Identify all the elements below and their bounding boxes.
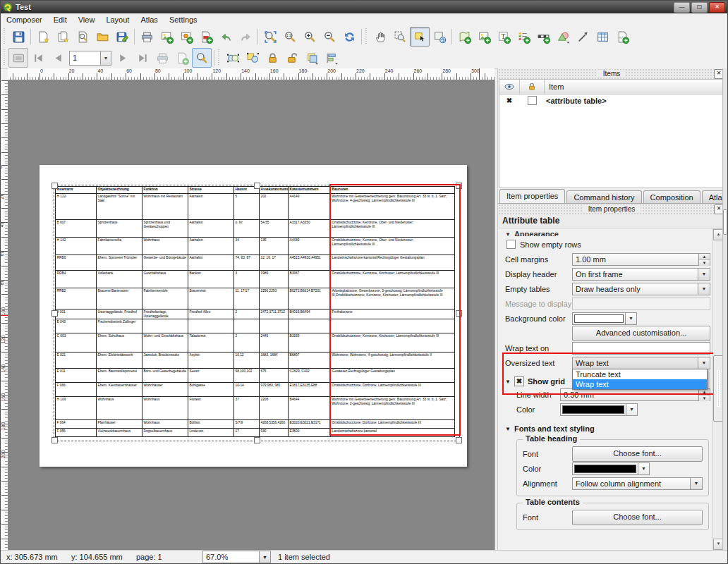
edge-scroll-thumb[interactable] xyxy=(723,209,727,235)
redo-button[interactable] xyxy=(236,27,255,47)
add-shape-button[interactable] xyxy=(553,27,573,47)
next-feature-button[interactable] xyxy=(113,48,133,68)
new-composition-button[interactable] xyxy=(33,27,53,47)
collapse-arrow-icon[interactable]: ▼ xyxy=(505,379,511,385)
save-button[interactable] xyxy=(8,27,28,47)
zoom-1-1-button[interactable]: 1:1 xyxy=(280,27,300,47)
save-as-template-button[interactable] xyxy=(112,27,132,47)
zoom-level-combo[interactable]: 67.0%▼ xyxy=(202,551,271,563)
toolbar-grip[interactable] xyxy=(4,49,7,66)
add-image-button[interactable] xyxy=(474,27,494,47)
show-empty-rows-checkbox[interactable] xyxy=(506,240,516,249)
raise-items-button[interactable] xyxy=(302,48,322,68)
collapse-arrow-icon[interactable]: ▼ xyxy=(505,231,511,237)
dropdown-option[interactable]: Truncate text xyxy=(573,369,707,379)
atlas-preview-button[interactable] xyxy=(8,48,28,68)
add-legend-button[interactable] xyxy=(514,27,533,47)
atlas-settings-button[interactable] xyxy=(192,48,212,68)
align-items-button[interactable] xyxy=(322,48,341,68)
visibility-checkbox[interactable]: ✖ xyxy=(499,97,519,104)
lock-items-button[interactable] xyxy=(262,48,282,68)
atlas-page-combo[interactable]: 1▼ xyxy=(69,51,111,66)
show-grid-checkbox[interactable]: ✖ xyxy=(514,376,524,386)
heading-color-button[interactable]: ▼ xyxy=(572,462,650,475)
heading-choose-font-button[interactable]: Choose font... xyxy=(572,446,703,462)
zoom-in-button[interactable] xyxy=(300,27,320,47)
zoom-region-button[interactable] xyxy=(390,27,410,47)
move-item-content-button[interactable] xyxy=(430,27,449,47)
contents-choose-font-button[interactable]: Choose font... xyxy=(572,510,703,525)
export-pdf-button[interactable] xyxy=(196,27,216,47)
toolbar-grip[interactable] xyxy=(365,28,369,45)
add-attribute-table-button[interactable] xyxy=(593,27,612,47)
zoom-full-button[interactable] xyxy=(260,27,280,47)
selection-handle[interactable] xyxy=(51,437,58,443)
zoom-out-button[interactable] xyxy=(320,27,339,47)
maximize-button[interactable]: ▢ xyxy=(691,2,708,13)
add-map-button[interactable] xyxy=(454,27,474,47)
oversized-text-combo[interactable]: Wrap text▼ Truncate textWrap text xyxy=(572,357,710,369)
minimize-button[interactable]: — xyxy=(674,2,690,13)
group-items-button[interactable] xyxy=(223,48,243,68)
previous-feature-button[interactable] xyxy=(48,48,68,68)
refresh-button[interactable] xyxy=(339,27,359,47)
composer-manager-button[interactable] xyxy=(73,27,92,47)
selection-handle[interactable] xyxy=(456,437,462,443)
undo-button[interactable] xyxy=(216,27,236,47)
advanced-customisation-button[interactable]: Advanced customisation... xyxy=(572,326,710,341)
collapse-arrow-icon[interactable]: ▼ xyxy=(505,426,511,432)
empty-tables-combo[interactable]: Draw headers only▼ xyxy=(572,283,710,295)
open-template-button[interactable] xyxy=(92,27,112,47)
select-move-item-button[interactable] xyxy=(410,27,430,47)
tab-command-history[interactable]: Command history xyxy=(566,190,641,203)
display-header-combo[interactable]: On first frame▼ xyxy=(572,268,710,281)
alignment-combo[interactable]: Follow column alignment▼ xyxy=(572,477,703,490)
selection-handle[interactable] xyxy=(51,310,58,317)
selection-handle[interactable] xyxy=(51,183,58,189)
tab-item-properties[interactable]: Item properties xyxy=(499,189,565,203)
wrap-text-on-input[interactable] xyxy=(572,342,710,355)
composition-canvas[interactable]: InventarnrObjektbezeichnungFunktionStras… xyxy=(8,80,495,552)
tab-composition[interactable]: Composition xyxy=(643,190,700,203)
selection-handle[interactable] xyxy=(456,183,462,189)
menu-composer[interactable]: Composer xyxy=(1,15,48,25)
cell-margins-spinbox[interactable]: 1.00 mm▲▼ xyxy=(572,253,710,266)
unlock-items-button[interactable] xyxy=(282,48,302,68)
export-svg-button[interactable] xyxy=(176,27,196,47)
ruler-label: 120 xyxy=(212,68,221,73)
ungroup-items-button[interactable] xyxy=(243,48,262,68)
menu-layout[interactable]: Layout xyxy=(100,15,135,25)
menu-atlas[interactable]: Atlas xyxy=(135,15,163,25)
print-button[interactable] xyxy=(137,27,157,47)
export-atlas-button[interactable] xyxy=(172,48,192,68)
close-button[interactable]: ✕ xyxy=(709,2,725,13)
items-list-row[interactable]: ✖ <attribute table> xyxy=(499,94,724,106)
selection-handle[interactable] xyxy=(456,310,462,317)
add-scalebar-button[interactable] xyxy=(533,27,553,47)
export-image-button[interactable] xyxy=(157,27,176,47)
pan-button[interactable] xyxy=(370,27,390,47)
grid-color-button[interactable]: ▼ xyxy=(560,403,638,416)
add-html-button[interactable]: </> xyxy=(612,27,632,47)
empty-tables-label: Empty tables xyxy=(505,285,572,293)
first-feature-button[interactable] xyxy=(28,48,48,68)
menu-settings[interactable]: Settings xyxy=(164,15,203,25)
last-feature-button[interactable] xyxy=(133,48,152,68)
add-label-button[interactable]: T xyxy=(494,27,514,47)
menu-edit[interactable]: Edit xyxy=(48,15,73,25)
dropdown-option[interactable]: Wrap text xyxy=(573,379,707,389)
duplicate-composition-button[interactable] xyxy=(53,27,73,47)
grid-color-label: Color xyxy=(516,405,560,414)
background-color-button[interactable]: ▼ xyxy=(572,312,637,325)
ruler-label: 20 xyxy=(1,193,4,199)
print-atlas-button[interactable] xyxy=(152,48,172,68)
menu-view[interactable]: View xyxy=(73,15,101,25)
items-list[interactable]: ✖ <attribute table> xyxy=(499,94,724,188)
add-arrow-button[interactable] xyxy=(573,27,593,47)
lock-checkbox[interactable] xyxy=(528,96,537,105)
selection-handle[interactable] xyxy=(254,437,260,443)
line-width-spinbox[interactable]: 0.50 mm▲▼ xyxy=(560,388,710,401)
selection-handle[interactable] xyxy=(254,183,260,189)
toolbar-grip[interactable] xyxy=(4,28,7,45)
toolbar-grip[interactable] xyxy=(218,49,222,66)
